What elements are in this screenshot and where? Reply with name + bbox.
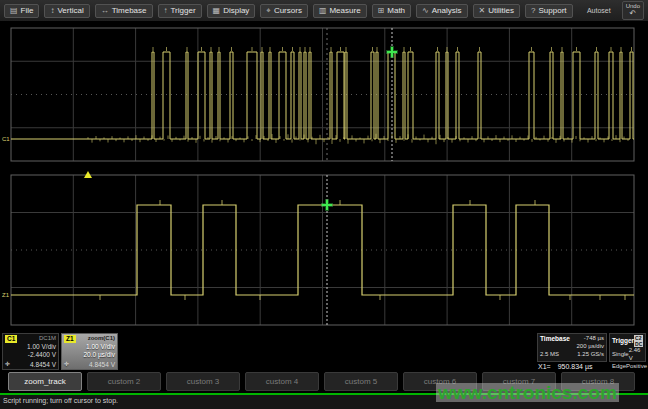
file-icon: ▤ (10, 7, 18, 15)
menu-vertical[interactable]: ↕Vertical (44, 4, 89, 18)
menu-measure-label: Measure (329, 7, 360, 15)
z1-source: zoom(C1) (88, 335, 115, 343)
function-button-custom-4[interactable]: custom 4 (245, 372, 319, 391)
menu-timebase[interactable]: ↔Timebase (95, 4, 153, 18)
menu-display[interactable]: ▦Display (207, 4, 256, 18)
timebase-samples: 2.5 MS (540, 351, 559, 359)
menu-cursors[interactable]: ⌖Cursors (260, 4, 308, 18)
oscilloscope-screen: ▤File↕Vertical↔Timebase↑Trigger▦Display⌖… (0, 0, 648, 409)
c1-volts-per-div: 1.00 V/div (5, 343, 56, 351)
menu-utilities[interactable]: ✕Utilities (473, 4, 520, 18)
z1-trace-left-label: Z1 (2, 292, 10, 298)
support-icon: ? (531, 7, 535, 15)
menu-cursors-label: Cursors (274, 7, 302, 15)
z1-badge: Z1 (64, 335, 76, 343)
menu-trigger[interactable]: ↑Trigger (158, 4, 202, 18)
x1-label: X1= (538, 363, 551, 370)
timebase-descriptor[interactable]: Timebase -748 µs 200 µs/div 2.5 MS 1.25 … (537, 333, 607, 362)
timebase-rate: 1.25 GS/s (577, 351, 604, 359)
trigger-slope: Positive (626, 363, 647, 371)
menu-math[interactable]: ⊞Math (372, 4, 412, 18)
vertical-icon: ↕ (50, 7, 54, 15)
trigger-icon: ↑ (164, 7, 168, 15)
z1-cursor-cross-marker[interactable] (322, 200, 332, 210)
trigger-mode: Single (612, 351, 629, 359)
trigger-level: 2.46 V (629, 347, 643, 363)
utilities-icon: ✕ (479, 7, 486, 15)
c1-offset: -2.4400 V (5, 351, 56, 359)
function-button-zoom_track[interactable]: zoom_track (8, 372, 82, 391)
menu-support-label: Support (539, 7, 567, 15)
trigger-type: Edge (612, 363, 626, 371)
analysis-icon: ∿ (422, 7, 429, 15)
function-button-custom-2[interactable]: custom 2 (87, 372, 161, 391)
menu-vertical-label: Vertical (57, 7, 83, 15)
z1-cursor-value: 4.8454 V (89, 361, 115, 369)
menu-analysis-label: Analysis (432, 7, 462, 15)
z1-volts-per-div: 1.00 V/div (64, 343, 115, 351)
undo-button[interactable]: Undo ↶ (622, 1, 644, 20)
menu-utilities-label: Utilities (488, 7, 514, 15)
watermark: www.cntronics.com (436, 383, 619, 402)
undo-icon: ↶ (629, 10, 636, 18)
timebase-offset: -748 µs (584, 335, 604, 343)
display-icon: ▦ (213, 7, 221, 15)
timebase-label: Timebase (540, 335, 570, 343)
channel-descriptor-c1[interactable]: C1 DC1M 1.00 V/div -2.4400 V ✛ 4.8454 V (2, 333, 59, 370)
menu-file[interactable]: ▤File (4, 4, 39, 18)
menu-measure[interactable]: ▥Measure (313, 4, 367, 18)
c1-trace-left-label: C1 (2, 136, 10, 142)
cursor-x1-readout: X1= 950.834 µs (538, 363, 592, 370)
cursor-marker-icon: ✛ (64, 361, 69, 369)
cursors-icon: ⌖ (266, 7, 271, 15)
x1-value: 950.834 µs (558, 363, 593, 370)
trigger-label: Trigger (612, 337, 634, 345)
function-button-custom-3[interactable]: custom 3 (166, 372, 240, 391)
channel-descriptor-z1[interactable]: Z1 zoom(C1) 1.00 V/div 20.0 µs/div ✛ 4.8… (61, 333, 118, 370)
z1-time-per-div: 20.0 µs/div (64, 351, 115, 359)
menu-trigger-label: Trigger (171, 7, 196, 15)
trigger-source-badge: C2 DC (634, 335, 643, 347)
menu-bar: ▤File↕Vertical↔Timebase↑Trigger▦Display⌖… (0, 0, 648, 22)
timebase-icon: ↔ (101, 7, 109, 15)
measure-icon: ▥ (319, 7, 327, 15)
menu-timebase-label: Timebase (112, 7, 147, 15)
menu-analysis[interactable]: ∿Analysis (416, 4, 468, 18)
c1-coupling: DC1M (39, 335, 56, 343)
c1-cursor-value: 4.8454 V (30, 361, 56, 369)
math-icon: ⊞ (378, 7, 385, 15)
cursor-marker-icon: ✛ (5, 361, 10, 369)
menu-math-label: Math (387, 7, 405, 15)
menu-file-label: File (21, 7, 34, 15)
c1-badge: C1 (5, 335, 17, 343)
menu-display-label: Display (223, 7, 249, 15)
menu-support[interactable]: ?Support (525, 4, 572, 18)
status-message: Script running; turn off cursor to stop. (3, 397, 118, 404)
autoset-button[interactable]: Autoset (587, 7, 617, 14)
function-button-custom-5[interactable]: custom 5 (324, 372, 398, 391)
timebase-scale: 200 µs/div (577, 343, 604, 351)
trigger-descriptor[interactable]: Trigger C2 DC Single 2.46 V Edge Positiv… (609, 333, 646, 362)
